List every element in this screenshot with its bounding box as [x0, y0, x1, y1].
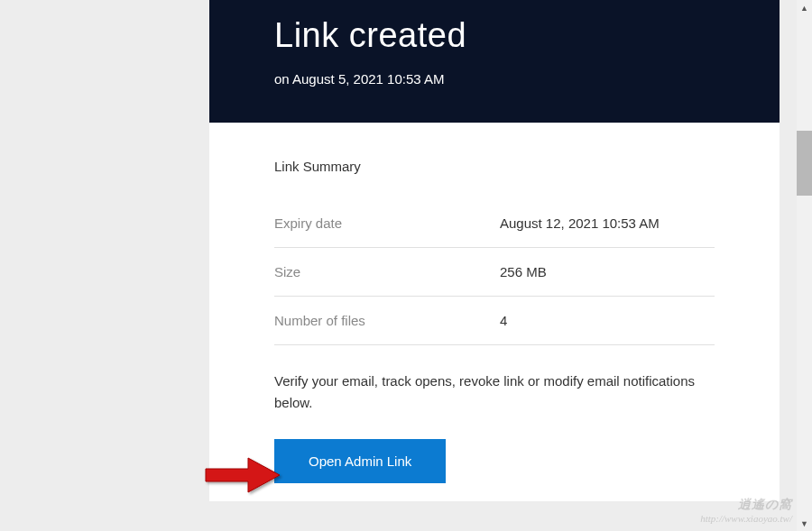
watermark-url: http://www.xiaoyao.tw/ — [700, 513, 792, 524]
page-container: Link created on August 5, 2021 10:53 AM … — [0, 0, 812, 531]
card-content: Link Summary Expiry date August 12, 2021… — [209, 123, 780, 501]
summary-row-files: Number of files 4 — [274, 297, 715, 345]
scrollbar-thumb[interactable] — [797, 131, 812, 196]
watermark: 逍遙の窩 http://www.xiaoyao.tw/ — [700, 497, 792, 524]
link-summary-heading: Link Summary — [274, 159, 715, 174]
watermark-title: 逍遙の窩 — [700, 497, 792, 513]
page-title: Link created — [274, 16, 715, 55]
summary-row-size: Size 256 MB — [274, 248, 715, 297]
expiry-label: Expiry date — [274, 215, 500, 231]
card-header: Link created on August 5, 2021 10:53 AM — [209, 0, 780, 123]
expiry-value: August 12, 2021 10:53 AM — [500, 215, 660, 231]
summary-row-expiry: Expiry date August 12, 2021 10:53 AM — [274, 199, 715, 248]
link-created-card: Link created on August 5, 2021 10:53 AM … — [209, 0, 780, 501]
scroll-up-icon[interactable]: ▲ — [797, 0, 812, 15]
scrollbar-track[interactable] — [797, 0, 812, 531]
size-value: 256 MB — [500, 264, 547, 279]
open-admin-link-button[interactable]: Open Admin Link — [274, 439, 446, 483]
size-label: Size — [274, 264, 500, 279]
verify-text: Verify your email, track opens, revoke l… — [274, 371, 715, 414]
files-label: Number of files — [274, 313, 500, 328]
scroll-down-icon[interactable]: ▼ — [797, 516, 812, 531]
created-timestamp: on August 5, 2021 10:53 AM — [274, 71, 715, 87]
files-value: 4 — [500, 313, 507, 328]
